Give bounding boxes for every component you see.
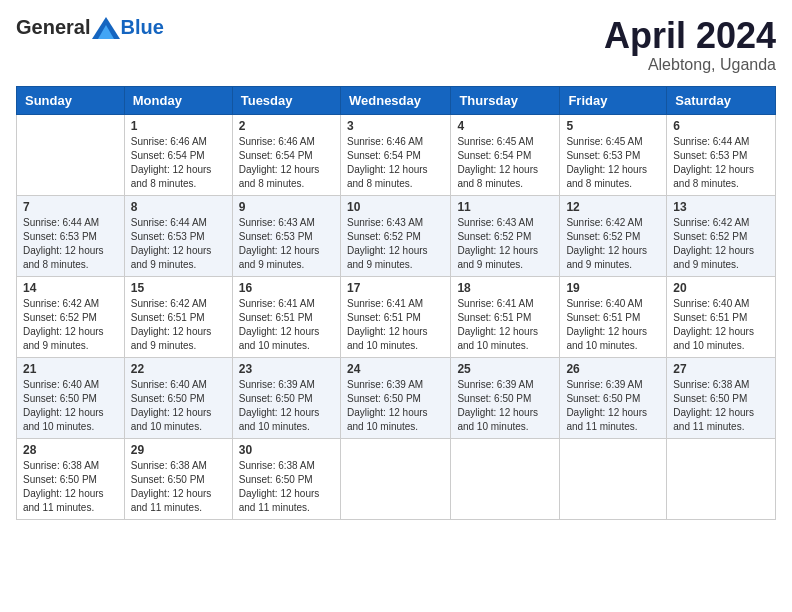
day-info: Sunrise: 6:46 AM Sunset: 6:54 PM Dayligh… [131, 135, 226, 191]
day-info: Sunrise: 6:45 AM Sunset: 6:54 PM Dayligh… [457, 135, 553, 191]
day-info: Sunrise: 6:42 AM Sunset: 6:51 PM Dayligh… [131, 297, 226, 353]
day-info: Sunrise: 6:39 AM Sunset: 6:50 PM Dayligh… [347, 378, 444, 434]
day-info: Sunrise: 6:39 AM Sunset: 6:50 PM Dayligh… [566, 378, 660, 434]
day-number: 18 [457, 281, 553, 295]
calendar-cell: 28Sunrise: 6:38 AM Sunset: 6:50 PM Dayli… [17, 438, 125, 519]
month-title: April 2024 [604, 16, 776, 56]
col-header-thursday: Thursday [451, 86, 560, 114]
calendar-cell [340, 438, 450, 519]
day-number: 26 [566, 362, 660, 376]
day-info: Sunrise: 6:42 AM Sunset: 6:52 PM Dayligh… [566, 216, 660, 272]
calendar-cell: 23Sunrise: 6:39 AM Sunset: 6:50 PM Dayli… [232, 357, 340, 438]
day-number: 6 [673, 119, 769, 133]
day-number: 25 [457, 362, 553, 376]
day-number: 29 [131, 443, 226, 457]
calendar-cell: 18Sunrise: 6:41 AM Sunset: 6:51 PM Dayli… [451, 276, 560, 357]
day-number: 8 [131, 200, 226, 214]
day-number: 30 [239, 443, 334, 457]
day-info: Sunrise: 6:41 AM Sunset: 6:51 PM Dayligh… [457, 297, 553, 353]
day-info: Sunrise: 6:38 AM Sunset: 6:50 PM Dayligh… [673, 378, 769, 434]
calendar-cell: 14Sunrise: 6:42 AM Sunset: 6:52 PM Dayli… [17, 276, 125, 357]
day-number: 15 [131, 281, 226, 295]
day-number: 16 [239, 281, 334, 295]
day-info: Sunrise: 6:40 AM Sunset: 6:50 PM Dayligh… [23, 378, 118, 434]
day-info: Sunrise: 6:40 AM Sunset: 6:51 PM Dayligh… [566, 297, 660, 353]
day-info: Sunrise: 6:45 AM Sunset: 6:53 PM Dayligh… [566, 135, 660, 191]
calendar-week-row: 14Sunrise: 6:42 AM Sunset: 6:52 PM Dayli… [17, 276, 776, 357]
title-area: April 2024 Alebtong, Uganda [604, 16, 776, 74]
calendar-cell: 15Sunrise: 6:42 AM Sunset: 6:51 PM Dayli… [124, 276, 232, 357]
day-number: 4 [457, 119, 553, 133]
calendar-cell: 20Sunrise: 6:40 AM Sunset: 6:51 PM Dayli… [667, 276, 776, 357]
location: Alebtong, Uganda [604, 56, 776, 74]
calendar-cell [667, 438, 776, 519]
calendar-cell [560, 438, 667, 519]
calendar-cell: 6Sunrise: 6:44 AM Sunset: 6:53 PM Daylig… [667, 114, 776, 195]
calendar-cell: 26Sunrise: 6:39 AM Sunset: 6:50 PM Dayli… [560, 357, 667, 438]
logo: General Blue [16, 16, 164, 39]
day-number: 2 [239, 119, 334, 133]
day-number: 23 [239, 362, 334, 376]
day-number: 9 [239, 200, 334, 214]
day-info: Sunrise: 6:41 AM Sunset: 6:51 PM Dayligh… [239, 297, 334, 353]
calendar-table: SundayMondayTuesdayWednesdayThursdayFrid… [16, 86, 776, 520]
calendar-header-row: SundayMondayTuesdayWednesdayThursdayFrid… [17, 86, 776, 114]
calendar-cell: 22Sunrise: 6:40 AM Sunset: 6:50 PM Dayli… [124, 357, 232, 438]
calendar-cell: 21Sunrise: 6:40 AM Sunset: 6:50 PM Dayli… [17, 357, 125, 438]
calendar-cell [17, 114, 125, 195]
calendar-cell: 30Sunrise: 6:38 AM Sunset: 6:50 PM Dayli… [232, 438, 340, 519]
day-info: Sunrise: 6:46 AM Sunset: 6:54 PM Dayligh… [347, 135, 444, 191]
logo-general: General [16, 16, 90, 39]
calendar-cell: 3Sunrise: 6:46 AM Sunset: 6:54 PM Daylig… [340, 114, 450, 195]
calendar-cell: 11Sunrise: 6:43 AM Sunset: 6:52 PM Dayli… [451, 195, 560, 276]
day-number: 27 [673, 362, 769, 376]
calendar-cell: 13Sunrise: 6:42 AM Sunset: 6:52 PM Dayli… [667, 195, 776, 276]
day-number: 20 [673, 281, 769, 295]
day-info: Sunrise: 6:44 AM Sunset: 6:53 PM Dayligh… [673, 135, 769, 191]
calendar-cell: 12Sunrise: 6:42 AM Sunset: 6:52 PM Dayli… [560, 195, 667, 276]
day-info: Sunrise: 6:43 AM Sunset: 6:52 PM Dayligh… [347, 216, 444, 272]
calendar-cell: 27Sunrise: 6:38 AM Sunset: 6:50 PM Dayli… [667, 357, 776, 438]
calendar-cell: 17Sunrise: 6:41 AM Sunset: 6:51 PM Dayli… [340, 276, 450, 357]
day-info: Sunrise: 6:43 AM Sunset: 6:52 PM Dayligh… [457, 216, 553, 272]
day-info: Sunrise: 6:41 AM Sunset: 6:51 PM Dayligh… [347, 297, 444, 353]
calendar-week-row: 21Sunrise: 6:40 AM Sunset: 6:50 PM Dayli… [17, 357, 776, 438]
calendar-cell: 5Sunrise: 6:45 AM Sunset: 6:53 PM Daylig… [560, 114, 667, 195]
day-info: Sunrise: 6:44 AM Sunset: 6:53 PM Dayligh… [131, 216, 226, 272]
day-info: Sunrise: 6:38 AM Sunset: 6:50 PM Dayligh… [131, 459, 226, 515]
day-number: 5 [566, 119, 660, 133]
calendar-cell: 10Sunrise: 6:43 AM Sunset: 6:52 PM Dayli… [340, 195, 450, 276]
day-number: 17 [347, 281, 444, 295]
calendar-cell [451, 438, 560, 519]
day-info: Sunrise: 6:44 AM Sunset: 6:53 PM Dayligh… [23, 216, 118, 272]
col-header-monday: Monday [124, 86, 232, 114]
col-header-tuesday: Tuesday [232, 86, 340, 114]
calendar-cell: 1Sunrise: 6:46 AM Sunset: 6:54 PM Daylig… [124, 114, 232, 195]
col-header-saturday: Saturday [667, 86, 776, 114]
calendar-cell: 24Sunrise: 6:39 AM Sunset: 6:50 PM Dayli… [340, 357, 450, 438]
day-number: 7 [23, 200, 118, 214]
day-number: 3 [347, 119, 444, 133]
day-number: 12 [566, 200, 660, 214]
day-number: 28 [23, 443, 118, 457]
day-number: 10 [347, 200, 444, 214]
col-header-wednesday: Wednesday [340, 86, 450, 114]
calendar-cell: 25Sunrise: 6:39 AM Sunset: 6:50 PM Dayli… [451, 357, 560, 438]
calendar-cell: 19Sunrise: 6:40 AM Sunset: 6:51 PM Dayli… [560, 276, 667, 357]
logo-icon [92, 17, 120, 39]
day-number: 19 [566, 281, 660, 295]
day-number: 21 [23, 362, 118, 376]
day-number: 13 [673, 200, 769, 214]
calendar-cell: 4Sunrise: 6:45 AM Sunset: 6:54 PM Daylig… [451, 114, 560, 195]
day-info: Sunrise: 6:42 AM Sunset: 6:52 PM Dayligh… [23, 297, 118, 353]
day-number: 22 [131, 362, 226, 376]
day-number: 24 [347, 362, 444, 376]
calendar-cell: 16Sunrise: 6:41 AM Sunset: 6:51 PM Dayli… [232, 276, 340, 357]
day-info: Sunrise: 6:42 AM Sunset: 6:52 PM Dayligh… [673, 216, 769, 272]
calendar-cell: 9Sunrise: 6:43 AM Sunset: 6:53 PM Daylig… [232, 195, 340, 276]
day-info: Sunrise: 6:46 AM Sunset: 6:54 PM Dayligh… [239, 135, 334, 191]
calendar-cell: 29Sunrise: 6:38 AM Sunset: 6:50 PM Dayli… [124, 438, 232, 519]
col-header-sunday: Sunday [17, 86, 125, 114]
day-info: Sunrise: 6:43 AM Sunset: 6:53 PM Dayligh… [239, 216, 334, 272]
calendar-week-row: 7Sunrise: 6:44 AM Sunset: 6:53 PM Daylig… [17, 195, 776, 276]
